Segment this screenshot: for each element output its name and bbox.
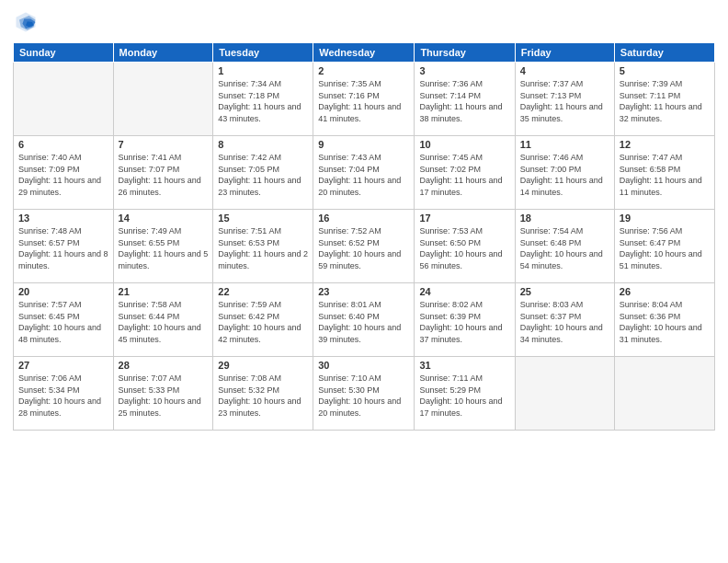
day-info: Sunrise: 7:07 AMSunset: 5:33 PMDaylight:…: [119, 373, 209, 419]
calendar-day-cell: 10Sunrise: 7:45 AMSunset: 7:02 PMDayligh…: [415, 136, 515, 210]
day-info: Sunrise: 8:02 AMSunset: 6:39 PMDaylight:…: [419, 299, 509, 345]
calendar-day-cell: 31Sunrise: 7:11 AMSunset: 5:29 PMDayligh…: [415, 357, 515, 431]
day-number: 8: [218, 139, 308, 150]
day-info: Sunrise: 7:46 AMSunset: 7:00 PMDaylight:…: [520, 152, 609, 198]
day-number: 28: [119, 360, 209, 371]
logo: [13, 9, 40, 35]
day-info: Sunrise: 7:36 AMSunset: 7:14 PMDaylight:…: [419, 78, 509, 124]
day-info: Sunrise: 8:01 AMSunset: 6:40 PMDaylight:…: [318, 299, 409, 345]
day-number: 19: [620, 213, 710, 224]
calendar-day-cell: 24Sunrise: 8:02 AMSunset: 6:39 PMDayligh…: [415, 283, 515, 357]
day-number: 21: [119, 286, 209, 297]
calendar-day-cell: 30Sunrise: 7:10 AMSunset: 5:30 PMDayligh…: [313, 357, 415, 431]
day-info: Sunrise: 7:49 AMSunset: 6:55 PMDaylight:…: [119, 225, 209, 271]
calendar-day-cell: 17Sunrise: 7:53 AMSunset: 6:50 PMDayligh…: [415, 210, 515, 283]
calendar-day-cell: 7Sunrise: 7:41 AMSunset: 7:07 PMDaylight…: [113, 136, 213, 210]
day-number: 11: [520, 139, 609, 150]
day-info: Sunrise: 7:35 AMSunset: 7:16 PMDaylight:…: [318, 78, 409, 124]
calendar-week-row: 1Sunrise: 7:34 AMSunset: 7:18 PMDaylight…: [14, 63, 715, 136]
day-number: 25: [520, 286, 609, 297]
calendar-day-cell: 3Sunrise: 7:36 AMSunset: 7:14 PMDaylight…: [415, 63, 515, 136]
day-info: Sunrise: 7:57 AMSunset: 6:45 PMDaylight:…: [18, 299, 108, 345]
day-number: 16: [318, 213, 409, 224]
day-number: 10: [419, 139, 509, 150]
day-info: Sunrise: 7:54 AMSunset: 6:48 PMDaylight:…: [520, 225, 609, 271]
calendar-day-cell: 23Sunrise: 8:01 AMSunset: 6:40 PMDayligh…: [313, 283, 415, 357]
day-number: 31: [419, 360, 509, 371]
day-number: 1: [218, 65, 308, 76]
day-number: 27: [18, 360, 108, 371]
calendar-day-cell: [14, 63, 114, 136]
calendar-day-cell: 26Sunrise: 8:04 AMSunset: 6:36 PMDayligh…: [614, 283, 714, 357]
day-info: Sunrise: 7:41 AMSunset: 7:07 PMDaylight:…: [119, 152, 209, 198]
calendar-header-monday: Monday: [113, 43, 213, 63]
day-number: 14: [119, 213, 209, 224]
day-number: 23: [318, 286, 409, 297]
calendar-header-tuesday: Tuesday: [213, 43, 313, 63]
day-info: Sunrise: 7:34 AMSunset: 7:18 PMDaylight:…: [218, 78, 308, 124]
day-info: Sunrise: 7:40 AMSunset: 7:09 PMDaylight:…: [18, 152, 108, 198]
calendar-header-saturday: Saturday: [614, 43, 714, 63]
day-number: 26: [620, 286, 710, 297]
calendar-week-row: 27Sunrise: 7:06 AMSunset: 5:34 PMDayligh…: [14, 357, 715, 431]
day-info: Sunrise: 7:10 AMSunset: 5:30 PMDaylight:…: [318, 373, 409, 419]
calendar-day-cell: 5Sunrise: 7:39 AMSunset: 7:11 PMDaylight…: [614, 63, 714, 136]
calendar-day-cell: 18Sunrise: 7:54 AMSunset: 6:48 PMDayligh…: [515, 210, 614, 283]
day-number: 2: [318, 65, 409, 76]
day-info: Sunrise: 7:51 AMSunset: 6:53 PMDaylight:…: [218, 225, 308, 271]
calendar-day-cell: 13Sunrise: 7:48 AMSunset: 6:57 PMDayligh…: [14, 210, 114, 283]
day-number: 18: [520, 213, 609, 224]
day-number: 3: [419, 65, 509, 76]
day-number: 17: [419, 213, 509, 224]
day-info: Sunrise: 8:03 AMSunset: 6:37 PMDaylight:…: [520, 299, 609, 345]
day-number: 20: [18, 286, 108, 297]
day-info: Sunrise: 7:43 AMSunset: 7:04 PMDaylight:…: [318, 152, 409, 198]
day-number: 30: [318, 360, 409, 371]
day-info: Sunrise: 7:42 AMSunset: 7:05 PMDaylight:…: [218, 152, 308, 198]
calendar-day-cell: 6Sunrise: 7:40 AMSunset: 7:09 PMDaylight…: [14, 136, 114, 210]
calendar: SundayMondayTuesdayWednesdayThursdayFrid…: [13, 42, 715, 431]
calendar-day-cell: 19Sunrise: 7:56 AMSunset: 6:47 PMDayligh…: [614, 210, 714, 283]
calendar-header-row: SundayMondayTuesdayWednesdayThursdayFrid…: [14, 43, 715, 63]
day-info: Sunrise: 7:11 AMSunset: 5:29 PMDaylight:…: [419, 373, 509, 419]
page-header: [13, 9, 715, 35]
calendar-day-cell: [113, 63, 213, 136]
day-number: 4: [520, 65, 609, 76]
day-number: 13: [18, 213, 108, 224]
day-info: Sunrise: 8:04 AMSunset: 6:36 PMDaylight:…: [620, 299, 710, 345]
day-info: Sunrise: 7:45 AMSunset: 7:02 PMDaylight:…: [419, 152, 509, 198]
day-info: Sunrise: 7:39 AMSunset: 7:11 PMDaylight:…: [620, 78, 710, 124]
day-number: 6: [18, 139, 108, 150]
calendar-day-cell: 20Sunrise: 7:57 AMSunset: 6:45 PMDayligh…: [14, 283, 114, 357]
day-info: Sunrise: 7:56 AMSunset: 6:47 PMDaylight:…: [620, 225, 710, 271]
calendar-header-sunday: Sunday: [14, 43, 114, 63]
day-info: Sunrise: 7:52 AMSunset: 6:52 PMDaylight:…: [318, 225, 409, 271]
calendar-week-row: 13Sunrise: 7:48 AMSunset: 6:57 PMDayligh…: [14, 210, 715, 283]
day-number: 22: [218, 286, 308, 297]
day-info: Sunrise: 7:48 AMSunset: 6:57 PMDaylight:…: [18, 225, 108, 271]
day-info: Sunrise: 7:08 AMSunset: 5:32 PMDaylight:…: [218, 373, 308, 419]
day-number: 5: [620, 65, 710, 76]
calendar-day-cell: 28Sunrise: 7:07 AMSunset: 5:33 PMDayligh…: [113, 357, 213, 431]
day-info: Sunrise: 7:47 AMSunset: 6:58 PMDaylight:…: [620, 152, 710, 198]
calendar-header-thursday: Thursday: [415, 43, 515, 63]
calendar-day-cell: [515, 357, 614, 431]
calendar-day-cell: [614, 357, 714, 431]
calendar-day-cell: 22Sunrise: 7:59 AMSunset: 6:42 PMDayligh…: [213, 283, 313, 357]
calendar-week-row: 20Sunrise: 7:57 AMSunset: 6:45 PMDayligh…: [14, 283, 715, 357]
calendar-day-cell: 1Sunrise: 7:34 AMSunset: 7:18 PMDaylight…: [213, 63, 313, 136]
calendar-day-cell: 14Sunrise: 7:49 AMSunset: 6:55 PMDayligh…: [113, 210, 213, 283]
day-number: 24: [419, 286, 509, 297]
calendar-day-cell: 12Sunrise: 7:47 AMSunset: 6:58 PMDayligh…: [614, 136, 714, 210]
calendar-day-cell: 27Sunrise: 7:06 AMSunset: 5:34 PMDayligh…: [14, 357, 114, 431]
calendar-day-cell: 29Sunrise: 7:08 AMSunset: 5:32 PMDayligh…: [213, 357, 313, 431]
calendar-day-cell: 25Sunrise: 8:03 AMSunset: 6:37 PMDayligh…: [515, 283, 614, 357]
day-info: Sunrise: 7:06 AMSunset: 5:34 PMDaylight:…: [18, 373, 108, 419]
calendar-day-cell: 15Sunrise: 7:51 AMSunset: 6:53 PMDayligh…: [213, 210, 313, 283]
calendar-day-cell: 16Sunrise: 7:52 AMSunset: 6:52 PMDayligh…: [313, 210, 415, 283]
day-info: Sunrise: 7:37 AMSunset: 7:13 PMDaylight:…: [520, 78, 609, 124]
day-info: Sunrise: 7:58 AMSunset: 6:44 PMDaylight:…: [119, 299, 209, 345]
day-number: 15: [218, 213, 308, 224]
logo-icon: [13, 9, 39, 35]
day-number: 12: [620, 139, 710, 150]
